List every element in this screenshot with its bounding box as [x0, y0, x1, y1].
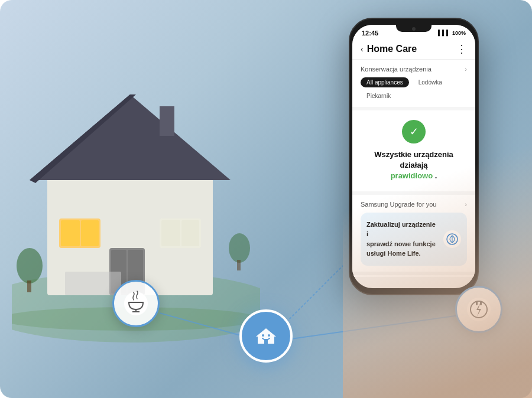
floating-bowl-icon — [112, 280, 160, 327]
svg-point-30 — [268, 334, 270, 337]
camera-dot — [412, 27, 416, 31]
phone-frame: 12:45 ▍▍▍ 100% ‹ Home Care ⋮ Ko — [349, 18, 479, 295]
phone-screen: 12:45 ▍▍▍ 100% ‹ Home Care ⋮ Ko — [352, 25, 475, 288]
signal-icon: ▍▍▍ — [438, 30, 450, 36]
top-navigation-bar: ‹ Home Care ⋮ — [352, 39, 475, 60]
svg-rect-6 — [61, 220, 80, 246]
content-area: Konserwacja urządzenia › All appliances … — [352, 60, 475, 277]
svg-point-17 — [229, 233, 250, 263]
upgrade-card-text: Zaktualizuj urządzenie i sprawdź nowe fu… — [366, 220, 439, 259]
floating-power-icon — [455, 286, 502, 333]
svg-rect-18 — [237, 260, 241, 270]
upgrade-section: Samsung Upgrade for you › Zaktualizuj ur… — [352, 195, 475, 272]
svg-rect-7 — [81, 220, 99, 246]
svg-rect-33 — [476, 301, 478, 305]
filter-chips: All appliances Lodówka Piekarnik — [361, 77, 467, 101]
floating-home-icon — [239, 309, 293, 363]
maintenance-header: Konserwacja urządzenia › — [361, 66, 467, 73]
maintenance-arrow[interactable]: › — [465, 66, 467, 73]
checkmark-icon: ✓ — [410, 125, 419, 138]
svg-rect-10 — [181, 220, 199, 246]
instructions-section: Instrukcja użytkowania › 📄 Wskazó szyb..… — [352, 275, 475, 277]
status-icons: ▍▍▍ 100% — [438, 30, 466, 36]
svg-point-29 — [262, 334, 264, 337]
upgrade-text-line3: usługi Home Life. — [366, 250, 421, 257]
svg-point-15 — [17, 248, 43, 283]
phone-notch — [396, 25, 432, 32]
battery-icon: 100% — [452, 30, 466, 36]
svg-rect-16 — [27, 280, 31, 292]
maintenance-section: Konserwacja urządzenia › All appliances … — [352, 60, 475, 107]
status-text: Wszystkie urządzenia działają prawidłowo… — [361, 149, 467, 182]
status-text-dot: . — [435, 171, 437, 180]
upgrade-card[interactable]: Zaktualizuj urządzenie i sprawdź nowe fu… — [361, 213, 467, 266]
back-button[interactable]: ‹ — [361, 44, 364, 54]
status-text-line1: Wszystkie urządzenia działają — [374, 150, 453, 169]
upgrade-header: Samsung Upgrade for you › — [361, 201, 467, 208]
chip-all-appliances[interactable]: All appliances — [361, 77, 409, 87]
upgrade-text-line2: sprawdź nowe funkcje — [366, 240, 436, 247]
status-text-green: prawidłowo — [391, 171, 433, 180]
svg-rect-14 — [65, 272, 121, 295]
nav-left: ‹ Home Care — [361, 44, 417, 54]
status-section: ✓ Wszystkie urządzenia działają prawidło… — [352, 110, 475, 191]
status-time: 12:45 — [362, 30, 378, 37]
svg-rect-34 — [480, 301, 482, 305]
shield-check-icon: ✓ — [402, 120, 426, 143]
upgrade-title: Samsung Upgrade for you — [361, 201, 436, 208]
maintenance-title: Konserwacja urządzenia — [361, 66, 432, 73]
samsung-logo — [443, 230, 461, 248]
upgrade-text-line1: Zaktualizuj urządzenie i — [366, 221, 436, 238]
svg-rect-4 — [160, 106, 174, 136]
upgrade-arrow[interactable]: › — [465, 201, 467, 208]
svg-rect-9 — [161, 220, 180, 246]
page-title: Home Care — [367, 44, 417, 54]
chip-lodowka[interactable]: Lodówka — [413, 77, 448, 87]
more-options-button[interactable]: ⋮ — [456, 44, 467, 54]
svg-marker-2 — [30, 94, 231, 180]
chip-piekarnik[interactable]: Piekarnik — [361, 91, 397, 101]
